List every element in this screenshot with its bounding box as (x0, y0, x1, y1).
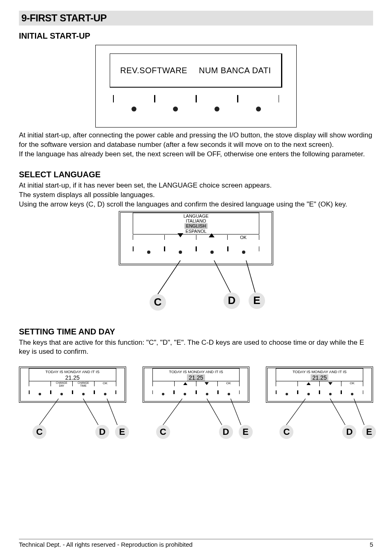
button-t2-1[interactable] (152, 390, 174, 397)
key-circle-e: E (249, 292, 265, 309)
key-legend-t1: C D E (19, 403, 126, 440)
button-2[interactable] (154, 95, 196, 120)
lang-heading: SELECT LANGUAGE (19, 170, 373, 179)
lang-para-3: Using the arrow keys (C, D) scroll the l… (19, 200, 373, 209)
initial-para-1: At initial start-up, after connecting th… (19, 131, 373, 150)
key-c-t1: C (32, 425, 46, 439)
key-e-t3: E (362, 425, 376, 439)
svg-line-2 (246, 260, 255, 292)
button-t3-3[interactable] (320, 390, 341, 397)
key-d-t2: D (219, 425, 233, 439)
time-panel-3: TODAY IS MONDAY AND IT IS 21.25 OK (266, 367, 373, 440)
svg-line-4 (83, 399, 98, 425)
section-title: 9-FIRST START-UP (21, 12, 371, 24)
svg-line-8 (231, 399, 241, 425)
svg-line-1 (214, 260, 231, 292)
up-arrow-icon-s2 (307, 382, 311, 385)
button-b1[interactable] (133, 246, 164, 257)
key-d-t1: D (95, 425, 109, 439)
svg-line-10 (330, 399, 346, 425)
lcd-tline-3: TODAY IS MONDAY AND IT IS (277, 369, 362, 374)
initial-heading: INITIAL START-UP (19, 31, 373, 41)
key-d-t3: D (342, 425, 356, 439)
key-e-t2: E (239, 425, 253, 439)
up-arrow-icon (209, 233, 214, 237)
key-legend: C D E (119, 265, 273, 311)
time-panel-1: TODAY IS MONDAY AND IT IS 21.25 CHANGEDA… (19, 367, 126, 440)
lcd-screen-t2: TODAY IS MONDAY AND IT IS 21.25 (152, 368, 240, 381)
button-t3-4[interactable] (341, 390, 363, 397)
display-panel-initial: REV.SOFTWARE NUM BANCA DATI (95, 45, 297, 128)
button-b3[interactable] (196, 246, 228, 257)
svg-line-9 (286, 399, 306, 426)
lang-para-1: At initial start-up, if it has never bee… (19, 181, 373, 190)
figure-initial: REV.SOFTWARE NUM BANCA DATI (19, 45, 373, 128)
lang-option-3: ESPANOL (136, 229, 256, 234)
display-panel-language: LANGUAGE ITALIANO ENGLISH ESPANOL OK (119, 211, 273, 265)
button-3[interactable] (196, 95, 238, 120)
lcd-screen-initial: REV.SOFTWARE NUM BANCA DATI (110, 53, 282, 88)
ok-label-t1: OK (94, 381, 116, 386)
time-para: The keys that are active for this functi… (19, 338, 373, 357)
time-panel-2: TODAY IS MONDAY AND IT IS 21.25 OK (143, 367, 250, 440)
key-legend-t2: C D E (143, 403, 250, 440)
lang-option-2-selected: ENGLISH (184, 223, 208, 229)
button-b2[interactable] (164, 246, 196, 257)
button-t3-1[interactable] (276, 390, 297, 397)
svg-line-3 (39, 399, 58, 426)
ok-label: OK (227, 235, 259, 240)
button-t2-2[interactable] (174, 390, 196, 397)
key-c-t3: C (279, 425, 293, 439)
soft-key-labels-t2: OK (152, 381, 240, 386)
lcd-num-sel-3: 21.25 (311, 374, 328, 381)
up-arrow-icon-s (183, 382, 187, 385)
svg-line-5 (107, 399, 117, 425)
key-e-t1: E (115, 425, 129, 439)
figure-time-row: TODAY IS MONDAY AND IT IS 21.25 CHANGEDA… (19, 367, 373, 440)
lcd-num-sel: 21.25 (187, 374, 205, 381)
figure-language: LANGUAGE ITALIANO ENGLISH ESPANOL OK (19, 211, 373, 311)
page-number: 5 (370, 541, 373, 548)
svg-line-11 (354, 399, 364, 425)
lcd-screen-t1: TODAY IS MONDAY AND IT IS 21.25 (29, 368, 116, 381)
button-row-initial (110, 95, 282, 120)
button-t1-1[interactable] (29, 390, 51, 397)
soft-key-labels: OK (133, 235, 259, 240)
lcd-text-left: REV.SOFTWARE (115, 66, 193, 75)
button-t2-3[interactable] (196, 390, 218, 397)
button-4[interactable] (238, 95, 279, 120)
ok-label-t3: OK (341, 381, 363, 386)
lcd-title-language: LANGUAGE (133, 213, 259, 218)
button-1[interactable] (113, 95, 154, 120)
soft-key-labels-t3: OK (276, 381, 363, 386)
button-t3-2[interactable] (298, 390, 320, 397)
button-t1-2[interactable] (51, 390, 72, 397)
lcd-tline: TODAY IS MONDAY AND IT IS (30, 369, 115, 374)
key-legend-t3: C D E (266, 403, 373, 440)
button-t1-3[interactable] (72, 390, 94, 397)
lcd-text-right: NUM BANCA DATI (193, 66, 277, 75)
time-heading: SETTING TIME AND DAY (19, 327, 373, 337)
initial-para-2: If the language has already been set, th… (19, 150, 373, 159)
down-arrow-icon-s (205, 382, 209, 385)
lang-option-1: ITALIANO (136, 218, 256, 224)
down-arrow-icon (178, 233, 183, 237)
lcd-num: 21.25 (64, 374, 81, 381)
svg-line-0 (158, 260, 180, 294)
lcd-screen-t3: TODAY IS MONDAY AND IT IS 21.25 (276, 368, 363, 381)
button-t2-4[interactable] (218, 390, 240, 397)
lcd-screen-language: LANGUAGE ITALIANO ENGLISH ESPANOL (133, 213, 259, 234)
footer-text: Technical Dept. - All rights reserved - … (19, 541, 193, 548)
section-header: 9-FIRST START-UP (19, 11, 373, 26)
soft-key-labels-t1: CHANGEDAY CHANGETIME OK (29, 381, 116, 386)
svg-line-7 (207, 399, 222, 425)
lcd-tline-2: TODAY IS MONDAY AND IT IS (154, 369, 239, 374)
key-c-t2: C (156, 425, 170, 439)
button-b4[interactable] (228, 246, 259, 257)
key-circle-c: C (150, 294, 166, 311)
page-footer: Technical Dept. - All rights reserved - … (19, 539, 373, 548)
button-row-language (133, 246, 259, 257)
lang-para-2: The system displays all possible languag… (19, 190, 373, 200)
button-t1-4[interactable] (95, 390, 116, 397)
ok-label-t2: OK (217, 381, 240, 386)
